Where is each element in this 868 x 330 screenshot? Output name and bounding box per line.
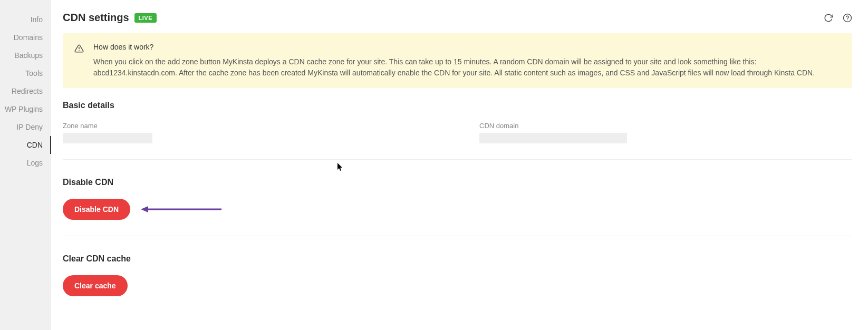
disable-cdn-button[interactable]: Disable CDN: [63, 199, 130, 220]
sidebar-item-cdn[interactable]: CDN: [0, 136, 51, 154]
sidebar-item-tools[interactable]: Tools: [0, 64, 51, 82]
zone-name-label: Zone name: [63, 122, 152, 130]
help-icon[interactable]: [843, 13, 852, 23]
basic-details-heading: Basic details: [63, 101, 852, 110]
cdn-domain-label: CDN domain: [479, 122, 627, 130]
warning-icon: [74, 44, 84, 79]
info-notice: How does it work? When you click on the …: [63, 33, 852, 88]
notice-title: How does it work?: [93, 43, 841, 51]
refresh-icon[interactable]: [824, 13, 833, 23]
page-title: CDN settings: [63, 12, 129, 24]
disable-cdn-heading: Disable CDN: [63, 178, 852, 187]
sidebar-item-logs[interactable]: Logs: [0, 154, 51, 172]
sidebar-item-info[interactable]: Info: [0, 11, 51, 28]
sidebar-item-backups[interactable]: Backups: [0, 46, 51, 64]
cdn-domain-value: [479, 133, 627, 143]
divider: [63, 159, 852, 160]
sidebar-item-redirects[interactable]: Redirects: [0, 82, 51, 100]
sidebar-item-wpplugins[interactable]: WP Plugins: [0, 100, 51, 118]
status-badge: LIVE: [134, 13, 157, 23]
sidebar-item-ipdeny[interactable]: IP Deny: [0, 118, 51, 136]
arrow-annotation: [140, 209, 219, 210]
clear-cache-heading: Clear CDN cache: [63, 254, 852, 264]
divider: [63, 236, 852, 236]
main-content: CDN settings LIVE How does it work? When…: [51, 0, 868, 330]
sidebar-item-domains[interactable]: Domains: [0, 28, 51, 46]
zone-name-value: [63, 133, 152, 143]
svg-marker-5: [141, 206, 148, 212]
notice-body: When you click on the add zone button My…: [93, 56, 841, 79]
clear-cache-button[interactable]: Clear cache: [63, 275, 128, 296]
sidebar: Info Domains Backups Tools Redirects WP …: [0, 0, 51, 330]
